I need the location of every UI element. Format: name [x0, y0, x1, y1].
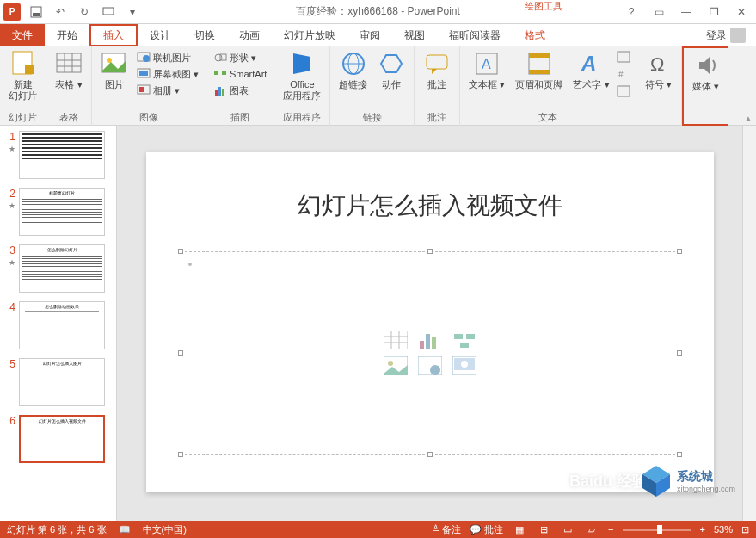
insert-online-picture-icon[interactable] — [418, 356, 442, 375]
insert-video-icon[interactable] — [452, 356, 476, 375]
login-button[interactable]: 登录 — [696, 24, 756, 46]
comments-button[interactable]: 💬 批注 — [470, 523, 503, 536]
thumb-1[interactable]: 1★ — [3, 131, 113, 179]
smartart-button[interactable]: SmartArt — [212, 66, 268, 82]
svg-rect-35 — [529, 53, 550, 58]
svg-marker-42 — [699, 57, 710, 74]
content-placeholder[interactable]: • — [181, 251, 679, 455]
svg-rect-49 — [426, 334, 430, 349]
ribbon-options-button[interactable]: ▭ — [649, 3, 668, 22]
slide-canvas[interactable]: 幻灯片怎么插入视频文件 • — [117, 126, 742, 521]
zoom-level[interactable]: 53% — [714, 524, 733, 535]
vertical-scrollbar[interactable] — [742, 126, 756, 521]
spell-proof-icon[interactable]: 📖 — [119, 524, 131, 535]
document-title: 百度经验：xyh666168 - PowerPoint — [296, 4, 460, 19]
start-slideshow-button[interactable] — [100, 3, 117, 21]
thumbnail-panel[interactable]: 1★ 2★标题页幻灯片 3★怎么删除幻灯片 4怎么删除动画效果 5幻灯片怎么插入… — [0, 126, 117, 521]
tab-transition[interactable]: 切换 — [182, 24, 227, 46]
comment-icon — [423, 50, 451, 77]
textbox-icon: A — [473, 50, 501, 77]
fit-window-button[interactable]: ⊡ — [741, 524, 749, 535]
notes-button[interactable]: ≜ 备注 — [432, 523, 461, 536]
svg-rect-24 — [222, 89, 224, 96]
shapes-button[interactable]: 形状 ▾ — [212, 50, 268, 65]
office-apps-button[interactable]: Office 应用程序 — [280, 48, 324, 103]
symbol-button[interactable]: Ω 符号 ▾ — [642, 48, 676, 92]
date-icon[interactable] — [617, 50, 630, 64]
thumb-5[interactable]: 5幻灯片怎么插入图片 — [3, 358, 113, 406]
save-button[interactable] — [28, 3, 45, 21]
album-button[interactable]: 相册 ▾ — [135, 83, 200, 98]
tab-view[interactable]: 视图 — [392, 24, 437, 46]
zoom-in-button[interactable]: + — [700, 524, 705, 535]
slide-counter[interactable]: 幻灯片 第 6 张，共 6 张 — [7, 523, 107, 536]
qat-more-icon[interactable]: ▾ — [124, 3, 141, 21]
tab-animation[interactable]: 动画 — [227, 24, 272, 46]
thumb-3[interactable]: 3★怎么删除幻灯片 — [3, 244, 113, 293]
tab-home[interactable]: 开始 — [45, 24, 89, 46]
chart-button[interactable]: 图表 — [212, 83, 268, 98]
action-icon — [378, 50, 405, 77]
media-button[interactable]: 媒体 ▾ — [689, 50, 723, 94]
tab-format[interactable]: 格式 — [513, 24, 557, 46]
online-picture-icon — [137, 51, 151, 65]
svg-point-57 — [430, 365, 440, 375]
svg-rect-50 — [432, 337, 436, 349]
wordart-icon: A — [578, 50, 605, 77]
zoom-slider[interactable] — [623, 529, 691, 531]
normal-view-button[interactable]: ▦ — [512, 523, 527, 535]
insert-picture-icon[interactable] — [384, 356, 408, 375]
app-icon: P — [3, 3, 21, 21]
action-button[interactable]: 动作 — [374, 48, 409, 92]
comment-button[interactable]: 批注 — [420, 48, 454, 92]
contextual-tab-label: 绘图工具 — [525, 0, 562, 13]
hyperlink-button[interactable]: 超链接 — [335, 48, 371, 92]
help-button[interactable]: ? — [622, 3, 641, 22]
restore-button[interactable]: ❐ — [704, 3, 723, 22]
tab-insert[interactable]: 插入 — [89, 24, 138, 46]
titlebar: P ↶ ↻ ▾ 百度经验：xyh666168 - PowerPoint 绘图工具… — [0, 0, 756, 24]
slide-title[interactable]: 幻灯片怎么插入视频文件 — [146, 152, 714, 222]
slide[interactable]: 幻灯片怎么插入视频文件 • — [146, 152, 714, 492]
table-button[interactable]: 表格 ▾ — [52, 48, 86, 92]
tab-design[interactable]: 设计 — [138, 24, 182, 46]
collapse-ribbon-button[interactable]: ▲ — [744, 114, 753, 123]
picture-button[interactable]: 图片 — [97, 48, 132, 92]
insert-chart-icon[interactable] — [418, 331, 442, 349]
svg-text:A: A — [482, 57, 491, 71]
redo-button[interactable]: ↻ — [76, 3, 93, 21]
placeholder-icons — [384, 331, 476, 375]
album-icon — [137, 83, 151, 97]
screenshot-icon — [137, 67, 151, 81]
online-picture-button[interactable]: 联机图片 — [135, 50, 200, 65]
insert-smartart-icon[interactable] — [452, 331, 476, 349]
svg-rect-5 — [57, 53, 81, 72]
object-icon[interactable] — [617, 84, 630, 98]
minimize-button[interactable]: — — [677, 3, 696, 22]
new-slide-button[interactable]: 新建 幻灯片 — [5, 48, 40, 103]
svg-rect-22 — [215, 90, 218, 96]
textbox-button[interactable]: A 文本框 ▾ — [465, 48, 508, 92]
animation-star-icon: ★ — [9, 145, 15, 153]
ribbon-tabs: 文件 开始 插入 设计 切换 动画 幻灯片放映 审阅 视图 福昕阅读器 格式 登… — [0, 24, 756, 46]
language-label[interactable]: 中文(中国) — [143, 523, 187, 536]
thumb-6[interactable]: 6幻灯片怎么插入视频文件 — [3, 415, 113, 463]
tab-foxit[interactable]: 福昕阅读器 — [437, 24, 513, 46]
insert-table-icon[interactable] — [384, 331, 408, 349]
reading-view-button[interactable]: ▭ — [560, 523, 575, 535]
undo-button[interactable]: ↶ — [52, 3, 69, 21]
thumb-4[interactable]: 4怎么删除动画效果 — [3, 301, 113, 349]
slide-number-icon[interactable]: # — [617, 67, 630, 81]
sorter-view-button[interactable]: ⊞ — [536, 523, 551, 535]
slideshow-view-button[interactable]: ▱ — [584, 523, 599, 535]
svg-rect-2 — [103, 8, 114, 15]
screenshot-button[interactable]: 屏幕截图 ▾ — [135, 66, 200, 82]
wordart-button[interactable]: A 艺术字 ▾ — [569, 48, 612, 92]
zoom-out-button[interactable]: − — [608, 524, 613, 535]
tab-slideshow[interactable]: 幻灯片放映 — [272, 24, 347, 46]
close-button[interactable]: ✕ — [732, 3, 751, 22]
tab-file[interactable]: 文件 — [0, 24, 45, 46]
thumb-2[interactable]: 2★标题页幻灯片 — [3, 188, 113, 236]
header-footer-button[interactable]: 页眉和页脚 — [512, 48, 566, 92]
tab-review[interactable]: 审阅 — [347, 24, 392, 46]
